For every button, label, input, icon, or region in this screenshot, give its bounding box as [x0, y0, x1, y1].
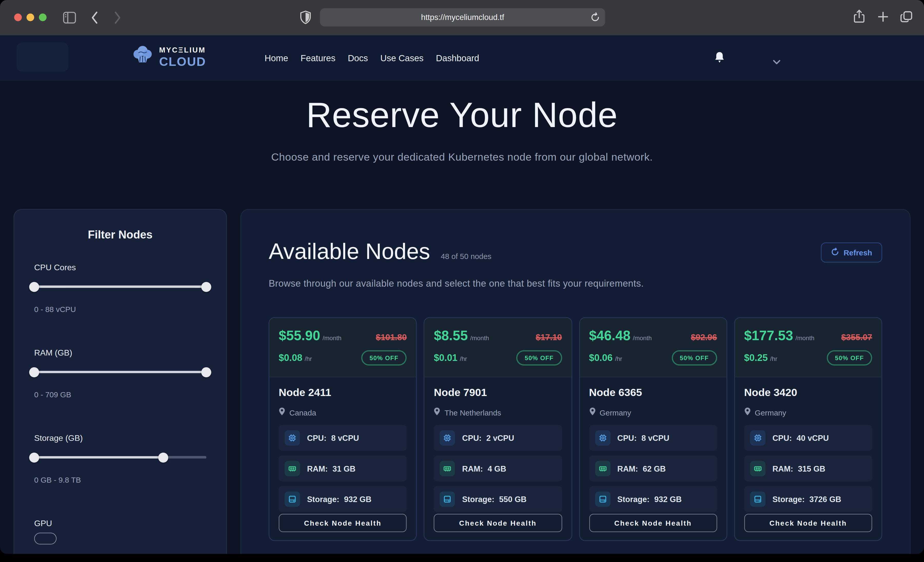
slider-handle-min[interactable] [29, 452, 39, 462]
slider-handle-max[interactable] [158, 452, 168, 462]
zoom-window-button[interactable] [39, 13, 46, 21]
cpu-icon [440, 430, 455, 446]
monthly-price: $8.55/month [434, 328, 489, 344]
ram-spec-row: RAM:315 GB [744, 456, 872, 481]
storage-icon [750, 492, 765, 507]
sidebar-toggle-icon[interactable] [63, 11, 76, 24]
ram-label: RAM: [462, 464, 483, 473]
check-node-health-button[interactable]: Check Node Health [744, 514, 872, 532]
node-location: Germany [755, 408, 786, 417]
reload-icon[interactable] [590, 12, 600, 22]
storage-spec-row: Storage:550 GB [434, 486, 562, 512]
slider-handle-min[interactable] [29, 367, 39, 377]
node-location: Germany [600, 408, 631, 417]
hourly-price: $0.01/hr [434, 353, 467, 363]
traffic-lights [14, 13, 46, 21]
nav-link-features[interactable]: Features [301, 53, 336, 63]
address-bar[interactable]: https://myceliumcloud.tf [320, 8, 605, 26]
ram-spec-row: RAM:31 GB [279, 456, 407, 481]
filter-range-text: 0 - 709 GB [34, 390, 206, 399]
bell-icon[interactable] [714, 51, 725, 66]
refresh-button[interactable]: Refresh [820, 242, 882, 263]
filter-section: RAM (GB) 0 - 709 GB [34, 348, 206, 399]
range-slider[interactable] [34, 367, 206, 377]
slider-track[interactable] [34, 285, 206, 288]
monthly-price: $55.90/month [279, 328, 342, 344]
page-title: Reserve Your Node [0, 95, 924, 136]
range-slider[interactable] [34, 281, 206, 292]
discount-badge: 50% OFF [362, 350, 407, 366]
browser-window: https://myceliumcloud.tf [0, 0, 924, 554]
ram-icon [595, 461, 610, 476]
cpu-spec-row: CPU:8 vCPU [279, 425, 407, 451]
slider-track[interactable] [34, 371, 206, 373]
slider-handle-max[interactable] [201, 282, 212, 292]
close-window-button[interactable] [14, 13, 22, 21]
shield-icon[interactable] [299, 10, 312, 25]
ram-label: RAM: [307, 464, 328, 473]
tab-overview-icon[interactable] [900, 10, 913, 23]
monthly-price: $46.48/month [589, 328, 652, 344]
gpu-toggle[interactable] [34, 533, 56, 545]
discount-badge: 50% OFF [827, 350, 872, 366]
ram-label: RAM: [772, 464, 793, 473]
logo-line1: MYCΞLIUM [159, 46, 206, 54]
storage-spec-row: Storage:3726 GB [744, 486, 872, 512]
node-card: $55.90/month $101.80 $0.08/hr 50% OFF No… [269, 317, 417, 541]
check-node-health-button[interactable]: Check Node Health [279, 514, 407, 532]
cpu-value: 40 vCPU [796, 433, 829, 442]
back-icon[interactable] [90, 10, 100, 25]
available-nodes-panel: Available Nodes 48 of 50 nodes Refresh B… [240, 209, 910, 554]
discount-badge: 50% OFF [516, 350, 562, 366]
node-specs: CPU:8 vCPU RAM:62 GB [589, 425, 717, 512]
chevron-down-icon[interactable] [772, 57, 781, 67]
discount-badge: 50% OFF [672, 350, 717, 366]
range-slider[interactable] [34, 452, 206, 463]
card-price-header: $177.53/month $355.07 $0.25/hr 50% OFF [735, 318, 882, 377]
storage-value: 550 GB [499, 495, 526, 503]
ram-value: 315 GB [798, 464, 825, 473]
card-price-header: $55.90/month $101.80 $0.08/hr 50% OFF [269, 318, 416, 377]
ram-spec-row: RAM:62 GB [589, 456, 717, 481]
site-logo[interactable]: MYCΞLIUM CLOUD [130, 43, 206, 71]
check-node-health-button[interactable]: Check Node Health [434, 514, 562, 532]
card-body: Node 3420 Germany [735, 377, 882, 540]
location-pin-icon [589, 407, 596, 418]
refresh-button-label: Refresh [844, 248, 872, 257]
storage-icon [440, 492, 455, 507]
nav-link-docs[interactable]: Docs [348, 53, 368, 63]
minimize-window-button[interactable] [26, 13, 34, 21]
nav-link-home[interactable]: Home [265, 53, 288, 63]
per-hour-suffix: /hr [460, 355, 467, 362]
cpu-spec-row: CPU:40 vCPU [744, 425, 872, 451]
node-location-row: The Netherlands [434, 407, 562, 418]
node-card: $177.53/month $355.07 $0.25/hr 50% OFF N… [734, 317, 882, 541]
new-tab-icon[interactable] [878, 11, 889, 22]
ram-icon [440, 461, 455, 476]
url-text: https://myceliumcloud.tf [421, 13, 504, 22]
cpu-label: CPU: [772, 433, 792, 442]
card-price-header: $46.48/month $92.96 $0.06/hr 50% OFF [580, 318, 726, 377]
share-icon[interactable] [853, 9, 866, 24]
forward-icon[interactable] [112, 10, 122, 25]
storage-label: Storage: [772, 495, 805, 503]
nav-link-dashboard[interactable]: Dashboard [436, 53, 479, 63]
mycelium-logo-icon [130, 43, 155, 71]
check-node-health-button[interactable]: Check Node Health [589, 514, 717, 532]
per-hour-suffix: /hr [615, 355, 622, 362]
slider-handle-max[interactable] [201, 367, 212, 377]
node-name: Node 2411 [279, 387, 407, 399]
storage-spec-row: Storage:932 GB [279, 486, 407, 512]
nav-link-use-cases[interactable]: Use Cases [380, 53, 424, 63]
slider-handle-min[interactable] [29, 282, 39, 292]
cpu-spec-row: CPU:8 vCPU [589, 425, 717, 451]
card-price-header: $8.55/month $17.10 $0.01/hr 50% OFF [424, 318, 572, 377]
original-price: $355.07 [841, 332, 872, 342]
page-content: Reserve Your Node Choose and reserve you… [0, 81, 924, 554]
original-price: $101.80 [376, 332, 407, 342]
original-price: $92.96 [691, 332, 717, 342]
storage-value: 3726 GB [809, 495, 841, 503]
storage-value: 932 GB [344, 495, 371, 503]
node-card: $8.55/month $17.10 $0.01/hr 50% OFF Node… [424, 317, 572, 541]
per-hour-suffix: /hr [304, 355, 312, 362]
